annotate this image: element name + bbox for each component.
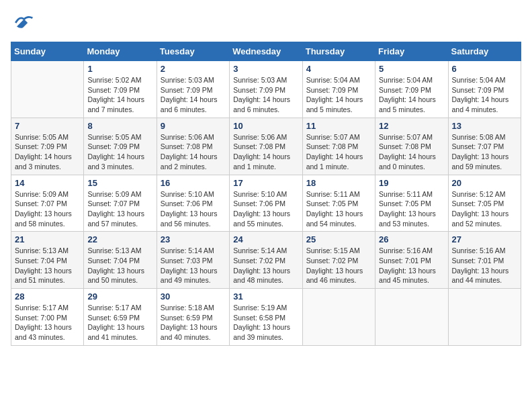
day-number: 20 <box>452 178 517 188</box>
day-info: Sunrise: 5:09 AM Sunset: 7:07 PM Dayligh… <box>87 189 152 229</box>
page-header <box>11 11 521 35</box>
weekday-header: Tuesday <box>157 42 229 61</box>
calendar-cell: 5Sunrise: 5:04 AM Sunset: 7:09 PM Daylig… <box>375 61 448 118</box>
calendar-cell: 1Sunrise: 5:02 AM Sunset: 7:09 PM Daylig… <box>84 61 157 118</box>
day-info: Sunrise: 5:17 AM Sunset: 7:00 PM Dayligh… <box>15 303 80 342</box>
calendar-cell: 29Sunrise: 5:17 AM Sunset: 6:59 PM Dayli… <box>84 289 157 346</box>
day-number: 13 <box>452 121 517 131</box>
day-number: 16 <box>161 178 226 188</box>
day-number: 9 <box>161 121 226 131</box>
day-number: 5 <box>379 64 444 74</box>
day-info: Sunrise: 5:04 AM Sunset: 7:09 PM Dayligh… <box>379 75 444 115</box>
day-info: Sunrise: 5:10 AM Sunset: 7:06 PM Dayligh… <box>233 189 298 229</box>
day-number: 22 <box>87 234 152 244</box>
day-number: 23 <box>161 234 226 244</box>
day-info: Sunrise: 5:04 AM Sunset: 7:09 PM Dayligh… <box>306 75 371 115</box>
calendar-cell: 15Sunrise: 5:09 AM Sunset: 7:07 PM Dayli… <box>84 175 157 232</box>
day-number: 2 <box>161 64 226 74</box>
day-info: Sunrise: 5:12 AM Sunset: 7:05 PM Dayligh… <box>452 189 517 229</box>
day-info: Sunrise: 5:04 AM Sunset: 7:09 PM Dayligh… <box>452 75 517 115</box>
calendar-week-row: 28Sunrise: 5:17 AM Sunset: 7:00 PM Dayli… <box>11 289 521 346</box>
day-info: Sunrise: 5:18 AM Sunset: 6:59 PM Dayligh… <box>161 303 226 342</box>
day-number: 27 <box>452 234 517 244</box>
day-info: Sunrise: 5:07 AM Sunset: 7:08 PM Dayligh… <box>379 132 444 172</box>
calendar-cell: 2Sunrise: 5:03 AM Sunset: 7:09 PM Daylig… <box>157 61 229 118</box>
day-info: Sunrise: 5:14 AM Sunset: 7:03 PM Dayligh… <box>161 246 226 285</box>
weekday-header: Saturday <box>448 42 521 61</box>
calendar-cell: 11Sunrise: 5:07 AM Sunset: 7:08 PM Dayli… <box>302 118 375 175</box>
day-info: Sunrise: 5:07 AM Sunset: 7:08 PM Dayligh… <box>306 132 371 172</box>
day-info: Sunrise: 5:11 AM Sunset: 7:05 PM Dayligh… <box>379 189 444 229</box>
day-number: 8 <box>87 121 152 131</box>
day-number: 18 <box>306 178 371 188</box>
weekday-header: Friday <box>375 42 448 61</box>
day-number: 28 <box>15 291 80 302</box>
calendar-body: 1Sunrise: 5:02 AM Sunset: 7:09 PM Daylig… <box>11 61 521 346</box>
calendar-week-row: 14Sunrise: 5:09 AM Sunset: 7:07 PM Dayli… <box>11 175 521 232</box>
calendar-cell: 13Sunrise: 5:08 AM Sunset: 7:07 PM Dayli… <box>448 118 521 175</box>
logo-icon <box>11 11 35 35</box>
calendar-cell: 22Sunrise: 5:13 AM Sunset: 7:04 PM Dayli… <box>84 232 157 289</box>
calendar-cell: 28Sunrise: 5:17 AM Sunset: 7:00 PM Dayli… <box>11 289 84 346</box>
calendar-cell: 27Sunrise: 5:16 AM Sunset: 7:01 PM Dayli… <box>448 232 521 289</box>
day-info: Sunrise: 5:03 AM Sunset: 7:09 PM Dayligh… <box>161 75 226 115</box>
day-number: 1 <box>87 64 152 74</box>
calendar-cell: 8Sunrise: 5:05 AM Sunset: 7:09 PM Daylig… <box>84 118 157 175</box>
day-number: 17 <box>233 178 298 188</box>
day-info: Sunrise: 5:05 AM Sunset: 7:09 PM Dayligh… <box>87 132 152 172</box>
day-info: Sunrise: 5:19 AM Sunset: 6:58 PM Dayligh… <box>233 303 298 342</box>
day-info: Sunrise: 5:05 AM Sunset: 7:09 PM Dayligh… <box>15 132 80 172</box>
calendar-cell <box>375 289 448 346</box>
day-number: 10 <box>233 121 298 131</box>
day-number: 6 <box>452 64 517 74</box>
weekday-header: Wednesday <box>230 42 302 61</box>
day-info: Sunrise: 5:02 AM Sunset: 7:09 PM Dayligh… <box>87 75 152 115</box>
day-number: 25 <box>306 234 371 244</box>
calendar-cell: 21Sunrise: 5:13 AM Sunset: 7:04 PM Dayli… <box>11 232 84 289</box>
day-info: Sunrise: 5:17 AM Sunset: 6:59 PM Dayligh… <box>87 303 152 342</box>
calendar-cell: 25Sunrise: 5:15 AM Sunset: 7:02 PM Dayli… <box>302 232 375 289</box>
day-number: 31 <box>233 291 298 302</box>
day-number: 7 <box>15 121 80 131</box>
calendar-cell: 26Sunrise: 5:16 AM Sunset: 7:01 PM Dayli… <box>375 232 448 289</box>
day-info: Sunrise: 5:11 AM Sunset: 7:05 PM Dayligh… <box>306 189 371 229</box>
calendar-cell: 19Sunrise: 5:11 AM Sunset: 7:05 PM Dayli… <box>375 175 448 232</box>
day-info: Sunrise: 5:14 AM Sunset: 7:02 PM Dayligh… <box>233 246 298 285</box>
calendar-cell: 23Sunrise: 5:14 AM Sunset: 7:03 PM Dayli… <box>157 232 229 289</box>
day-info: Sunrise: 5:10 AM Sunset: 7:06 PM Dayligh… <box>161 189 226 229</box>
calendar-cell: 24Sunrise: 5:14 AM Sunset: 7:02 PM Dayli… <box>230 232 302 289</box>
day-info: Sunrise: 5:15 AM Sunset: 7:02 PM Dayligh… <box>306 246 371 285</box>
day-info: Sunrise: 5:09 AM Sunset: 7:07 PM Dayligh… <box>15 189 80 229</box>
day-info: Sunrise: 5:13 AM Sunset: 7:04 PM Dayligh… <box>15 246 80 285</box>
day-number: 4 <box>306 64 371 74</box>
logo <box>11 11 38 35</box>
calendar-cell: 3Sunrise: 5:03 AM Sunset: 7:09 PM Daylig… <box>230 61 302 118</box>
day-info: Sunrise: 5:16 AM Sunset: 7:01 PM Dayligh… <box>452 246 517 285</box>
calendar-cell: 10Sunrise: 5:06 AM Sunset: 7:08 PM Dayli… <box>230 118 302 175</box>
day-number: 12 <box>379 121 444 131</box>
day-info: Sunrise: 5:13 AM Sunset: 7:04 PM Dayligh… <box>87 246 152 285</box>
calendar-cell: 7Sunrise: 5:05 AM Sunset: 7:09 PM Daylig… <box>11 118 84 175</box>
calendar-cell <box>448 289 521 346</box>
day-number: 14 <box>15 178 80 188</box>
day-info: Sunrise: 5:03 AM Sunset: 7:09 PM Dayligh… <box>233 75 298 115</box>
calendar-table: SundayMondayTuesdayWednesdayThursdayFrid… <box>11 42 521 346</box>
calendar-cell: 12Sunrise: 5:07 AM Sunset: 7:08 PM Dayli… <box>375 118 448 175</box>
day-info: Sunrise: 5:06 AM Sunset: 7:08 PM Dayligh… <box>233 132 298 172</box>
calendar-cell <box>302 289 375 346</box>
calendar-cell: 31Sunrise: 5:19 AM Sunset: 6:58 PM Dayli… <box>230 289 302 346</box>
day-number: 30 <box>161 291 226 302</box>
day-number: 26 <box>379 234 444 244</box>
day-info: Sunrise: 5:08 AM Sunset: 7:07 PM Dayligh… <box>452 132 517 172</box>
day-number: 19 <box>379 178 444 188</box>
calendar-cell: 6Sunrise: 5:04 AM Sunset: 7:09 PM Daylig… <box>448 61 521 118</box>
calendar-cell: 18Sunrise: 5:11 AM Sunset: 7:05 PM Dayli… <box>302 175 375 232</box>
calendar-cell: 20Sunrise: 5:12 AM Sunset: 7:05 PM Dayli… <box>448 175 521 232</box>
calendar-cell: 4Sunrise: 5:04 AM Sunset: 7:09 PM Daylig… <box>302 61 375 118</box>
day-number: 24 <box>233 234 298 244</box>
calendar-week-row: 7Sunrise: 5:05 AM Sunset: 7:09 PM Daylig… <box>11 118 521 175</box>
calendar-cell <box>11 61 84 118</box>
calendar-cell: 9Sunrise: 5:06 AM Sunset: 7:08 PM Daylig… <box>157 118 229 175</box>
day-number: 21 <box>15 234 80 244</box>
calendar-week-row: 1Sunrise: 5:02 AM Sunset: 7:09 PM Daylig… <box>11 61 521 118</box>
